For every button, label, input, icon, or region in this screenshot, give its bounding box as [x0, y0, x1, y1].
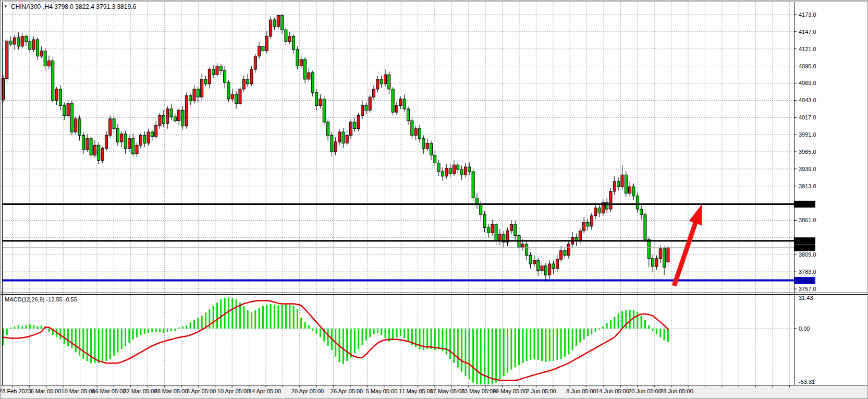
macd-bar [457, 329, 459, 367]
price-tick-label: 4121.0 [799, 46, 816, 52]
macd-bar [33, 325, 34, 329]
candle-body [399, 99, 402, 106]
candle-body [155, 125, 157, 136]
candle-body [342, 132, 345, 143]
candle-body [197, 89, 199, 97]
macd-bar [487, 329, 489, 384]
macd-bar [178, 328, 180, 329]
candle-body [262, 46, 264, 51]
macd-bar [644, 320, 646, 329]
candle-body [311, 72, 314, 92]
macd-bar [259, 308, 260, 329]
macd-bar [304, 322, 306, 329]
macd-bar [320, 329, 321, 337]
candle-body [350, 122, 352, 135]
candle-body [652, 259, 654, 267]
macd-bar [216, 303, 218, 329]
time-tick-label: 29 May 05:00 [493, 388, 528, 394]
macd-bar [262, 306, 264, 329]
macd-bar [583, 329, 585, 340]
macd-bar [205, 312, 206, 329]
candle-body [101, 149, 104, 161]
macd-bar [29, 324, 31, 329]
price-tick-label: 3913.0 [799, 183, 816, 189]
macd-bar [102, 329, 103, 362]
macd-bar [148, 329, 149, 333]
time-tick-label: 23 May 05:00 [461, 388, 496, 394]
candle-body [514, 224, 517, 235]
macd-bar [21, 327, 23, 329]
candle-body [457, 165, 459, 170]
macd-bar [602, 327, 604, 329]
macd-bar [140, 329, 141, 335]
macd-bar [132, 329, 134, 340]
macd-bar [6, 329, 8, 335]
candle-body [13, 38, 16, 44]
macd-bar [664, 329, 665, 341]
candle-body [189, 96, 192, 101]
candle-body [270, 20, 272, 37]
candle-body [9, 41, 12, 44]
macd-bar [90, 329, 92, 363]
candle-body [541, 266, 543, 271]
candle-body [594, 208, 597, 215]
macd-bar [327, 329, 329, 346]
candle-body [288, 37, 291, 42]
macd-bar [151, 329, 153, 332]
candle-body [590, 216, 593, 226]
candle-body [231, 94, 234, 99]
candle-body [147, 132, 150, 143]
candle-body [422, 139, 425, 149]
macd-bar [197, 318, 199, 329]
candle-body [434, 155, 436, 163]
macd-bar [300, 318, 302, 329]
candle-body [75, 119, 77, 132]
macd-bar [637, 312, 638, 329]
candle-body [32, 40, 35, 50]
macd-bar [285, 304, 287, 329]
candle-body [338, 132, 341, 142]
time-tick-label: 2 Jun 05:00 [526, 388, 556, 394]
candle-body [36, 40, 39, 56]
macd-bar [396, 329, 397, 337]
candle-body [78, 119, 81, 136]
macd-bar [365, 329, 367, 341]
macd-bar [533, 329, 535, 359]
macd-bar [274, 305, 275, 329]
candle-body [521, 244, 524, 247]
candle-body [498, 234, 501, 241]
macd-bar [633, 310, 634, 329]
candle-body [63, 105, 66, 115]
macd-bar [572, 329, 573, 350]
candle-body [609, 191, 612, 209]
candle-body [315, 92, 318, 105]
macd-bar [362, 329, 363, 345]
macd-bar [545, 329, 546, 362]
macd-bar [174, 329, 176, 331]
price-badge-label: 3819.6 [797, 245, 813, 251]
candle-body [70, 104, 73, 132]
candle-body [480, 204, 482, 214]
candle-body [369, 97, 371, 110]
price-tick-label: 4095.0 [799, 63, 816, 69]
candle-body [426, 143, 429, 149]
chevron-down-icon[interactable]: ▼ [4, 5, 8, 9]
candle-body [430, 143, 432, 155]
candle-body [216, 66, 218, 75]
candle-body [273, 20, 276, 27]
macd-bar [10, 328, 11, 329]
candle-body [544, 266, 547, 275]
macd-bar [648, 325, 650, 329]
macd-bar [308, 325, 310, 329]
candle-body [166, 109, 169, 124]
candle-body [598, 208, 601, 213]
candle-body [193, 89, 195, 101]
candle-body [250, 69, 253, 84]
time-tick-label: 16 Mar 05:00 [92, 388, 126, 394]
price-chart-canvas[interactable]: 4173.04147.04121.04095.04069.04043.04017… [1, 1, 868, 399]
macd-bar [228, 297, 229, 329]
candle-body [613, 182, 616, 191]
candle-body [308, 72, 310, 79]
candle-body [132, 139, 135, 154]
macd-bar [464, 329, 466, 376]
